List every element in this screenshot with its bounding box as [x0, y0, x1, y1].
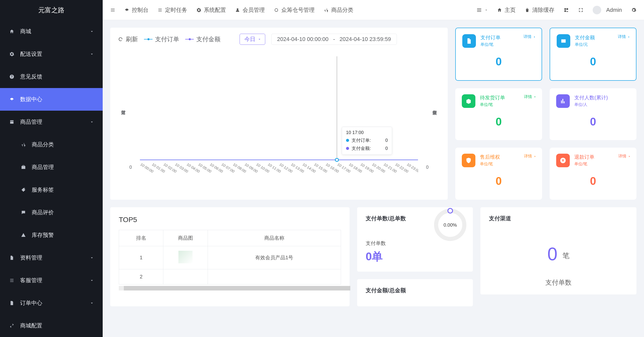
date-preset-select[interactable]: 今日: [240, 34, 265, 45]
top5-title: TOP5: [119, 216, 341, 224]
file-icon: [9, 301, 15, 306]
top5-col-0: 排名: [119, 230, 163, 246]
ratio-title: 支付金额/总金额: [366, 287, 464, 294]
topnav-item-1[interactable]: 控制台: [120, 0, 153, 20]
sidebar-item-12[interactable]: 订单中心: [0, 292, 103, 314]
stat-detail-link[interactable]: 详情: [618, 154, 631, 159]
sidebar-item-7[interactable]: 服务标签: [0, 179, 103, 201]
topright-item-0[interactable]: 主页: [493, 0, 520, 20]
stat-unit: 单位/笔: [480, 102, 536, 107]
stat-unit: 单位/笔: [480, 42, 535, 47]
avatar-icon: [593, 6, 601, 14]
stat-unit: 单位/人: [574, 102, 630, 107]
sidebar-item-2[interactable]: 意见反馈: [0, 65, 103, 88]
topright-item-1[interactable]: 清除缓存: [520, 0, 559, 20]
chevron-down-icon: [90, 29, 94, 34]
warn-icon: [20, 233, 27, 238]
main-area: 控制台定时任务系统配置会员管理众筹仓号管理商品分类 主页清除缓存 Admin 刷…: [103, 0, 644, 337]
refund-icon: [556, 154, 570, 167]
sidebar-item-label: 客服管理: [20, 277, 42, 284]
sidebar-item-label: 商城配置: [20, 322, 42, 329]
dot-icon: [346, 139, 349, 142]
box-icon: [9, 119, 15, 124]
stat-detail-link[interactable]: 详情: [524, 154, 537, 159]
cog-icon: [9, 52, 15, 57]
tag-icon: [20, 187, 27, 192]
table-h-scrollbar[interactable]: [119, 286, 341, 290]
doc-icon: [462, 34, 476, 48]
stat-title: 支付人数(累计): [574, 94, 630, 101]
chevron-down-icon: [90, 52, 94, 56]
stat-card-5: 退款订单单位/笔详情 0: [550, 148, 636, 200]
stat-card-0: 支付订单单位/笔详情 0: [455, 28, 542, 81]
user-icon: [235, 8, 240, 13]
tooltip-time: 10 17:00: [346, 130, 388, 135]
sidebar-item-label: 商品管理: [20, 118, 42, 126]
content-scroll[interactable]: 刷新 支付订单 支付金额 今日: [103, 20, 644, 337]
stat-detail-link[interactable]: 详情: [523, 34, 536, 39]
sidebar-item-8[interactable]: 商品评价: [0, 201, 103, 224]
date-range-picker[interactable]: 2024-04-10 00:00:00 - 2024-04-10 23:59:5…: [271, 34, 397, 45]
circle-icon: [274, 8, 279, 13]
table-row[interactable]: 2: [119, 269, 341, 284]
sidebar-item-4[interactable]: 商品管理: [0, 111, 103, 133]
shield-icon: [462, 154, 475, 167]
table-row[interactable]: 1有效会员产品1号: [119, 246, 341, 269]
stat-card-3: 支付人数(累计)单位/人0: [550, 88, 636, 140]
chart-plot[interactable]: 支付订单 支付金额 0 0 10 00:0010 01:0010 02:0010…: [118, 46, 440, 197]
refresh-button[interactable]: 刷新: [118, 35, 138, 43]
topbar-icon-link[interactable]: [559, 0, 574, 20]
list-icon: [158, 8, 163, 13]
stat-unit: 单位/笔: [574, 161, 630, 167]
sidebar-item-6[interactable]: 商品管理: [0, 156, 103, 179]
topnav-item-0[interactable]: [106, 0, 120, 20]
chart-tooltip: 10 17:00 支付订单: 0 支付金额: 0: [342, 127, 392, 155]
bars-icon: [110, 8, 115, 13]
stat-value: 0: [462, 115, 536, 128]
channel-unit: 笔: [562, 251, 570, 261]
topnav-item-2[interactable]: 定时任务: [153, 0, 192, 20]
svg-point-2: [335, 158, 338, 161]
sidebar-item-label: 资料管理: [20, 254, 42, 262]
sidebar-item-label: 商城: [20, 28, 31, 35]
stat-value: 0: [462, 55, 535, 68]
user-name: Admin: [606, 7, 622, 13]
topbar-icon-fullscreen[interactable]: [574, 0, 588, 20]
sidebar-item-0[interactable]: 商城: [0, 20, 103, 43]
svg-text:0.00%: 0.00%: [444, 222, 457, 228]
stat-unit: 单位/笔: [480, 161, 536, 167]
legend-pay-orders[interactable]: 支付订单: [144, 35, 179, 43]
sidebar-item-label: 意见反馈: [20, 73, 42, 80]
sidebar-item-13[interactable]: 商城配置: [0, 314, 103, 337]
sidebar-item-1[interactable]: 配送设置: [0, 43, 103, 65]
chevron-down-icon: [90, 278, 94, 283]
sidebar-item-3[interactable]: 数据中心: [0, 88, 103, 111]
dot-icon: [346, 147, 349, 150]
stat-card-4: 售后维权单位/笔详情 0: [455, 148, 542, 200]
sidebar-item-label: 订单中心: [20, 299, 42, 307]
legend-pay-amount[interactable]: 支付金额: [185, 35, 220, 43]
bar-icon: [556, 94, 570, 108]
wallet-icon: [557, 34, 570, 48]
sidebar-item-label: 库存预警: [32, 231, 54, 239]
home-icon: [9, 29, 15, 34]
sidebar-item-11[interactable]: 客服管理: [0, 269, 103, 292]
cog-icon: [196, 8, 201, 13]
sidebar-item-label: 服务标签: [32, 186, 54, 194]
trash-icon: [525, 8, 530, 13]
help-icon: [9, 74, 15, 79]
sidebar-item-10[interactable]: 资料管理: [0, 246, 103, 269]
user-menu[interactable]: Admin: [588, 0, 626, 20]
topnav-item-5[interactable]: 众筹仓号管理: [269, 0, 319, 20]
topnav-item-3[interactable]: 系统配置: [192, 0, 231, 20]
topnav-item-6[interactable]: 商品分类: [319, 0, 358, 20]
menu-dropdown[interactable]: [472, 0, 493, 20]
topnav-item-4[interactable]: 会员管理: [231, 0, 269, 20]
stat-detail-link[interactable]: 详情: [524, 94, 537, 100]
topbar-icon-settings[interactable]: [626, 0, 641, 20]
y-axis-left-tick: 0: [129, 165, 132, 170]
sidebar-item-9[interactable]: 库存预警: [0, 224, 103, 246]
stat-detail-link[interactable]: 详情: [618, 34, 630, 39]
list-icon: [9, 278, 15, 283]
sidebar-item-5[interactable]: 商品分类: [0, 133, 103, 156]
